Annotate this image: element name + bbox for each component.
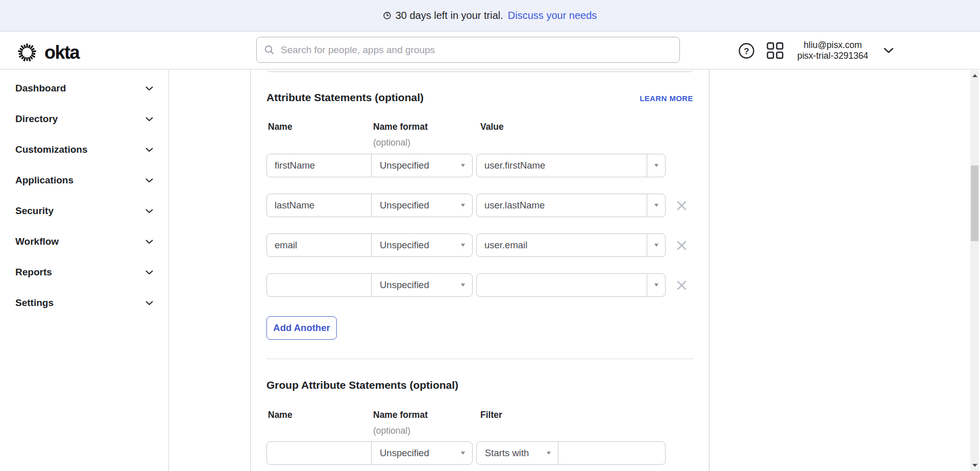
- value-dropdown-button[interactable]: [647, 234, 665, 256]
- account-menu[interactable]: hliu@pisx.com pisx-trial-3291364: [795, 40, 870, 61]
- vertical-scrollbar[interactable]: [970, 70, 979, 471]
- column-header-name-format: Name format: [373, 122, 428, 132]
- attribute-value-input[interactable]: [477, 194, 647, 217]
- remove-row-button[interactable]: [675, 239, 688, 252]
- name-format-select[interactable]: Unspecified: [371, 233, 473, 257]
- sidebar-item-label: Applications: [15, 175, 74, 186]
- header-right-cluster: ? hliu@pisx.com pisx-trial-3291364: [738, 32, 894, 69]
- attribute-value-combobox: [476, 194, 666, 217]
- chevron-down-icon: [145, 209, 153, 214]
- name-format-select[interactable]: Unspecified: [371, 273, 473, 297]
- column-header-optional-note: (optional): [373, 137, 410, 148]
- sidebar-item-applications[interactable]: Applications: [15, 174, 153, 187]
- sidebar-item-directory[interactable]: Directory: [15, 112, 153, 126]
- chevron-down-icon: [145, 270, 153, 275]
- trial-banner: 30 days left in your trial. Discuss your…: [0, 0, 980, 32]
- column-header-value: Value: [480, 122, 504, 132]
- filter-value-input[interactable]: [558, 441, 666, 465]
- name-format-select[interactable]: Unspecified: [371, 194, 473, 217]
- sidebar-item-label: Settings: [15, 297, 54, 309]
- chevron-down-icon: [145, 240, 153, 244]
- help-button[interactable]: ?: [738, 42, 755, 59]
- column-header-optional-note: (optional): [373, 426, 410, 436]
- chevron-down-icon: [145, 148, 153, 152]
- attribute-value-input[interactable]: [477, 274, 647, 296]
- okta-logo[interactable]: okta: [16, 42, 79, 63]
- apps-grid-icon: [766, 42, 784, 59]
- group-name-input[interactable]: [266, 441, 372, 465]
- attribute-name-input[interactable]: [266, 194, 372, 217]
- sidebar-item-security[interactable]: Security: [15, 204, 153, 218]
- caret-down-icon: [654, 204, 658, 207]
- caret-down-icon: [654, 164, 658, 167]
- sidebar-item-reports[interactable]: Reports: [15, 266, 153, 279]
- learn-more-link[interactable]: LEARN MORE: [640, 94, 693, 103]
- attribute-value-input[interactable]: [477, 234, 647, 256]
- group-attribute-row: Unspecified Starts with: [266, 441, 694, 465]
- account-menu-toggle[interactable]: [884, 48, 894, 54]
- sidebar-item-workflow[interactable]: Workflow: [15, 235, 153, 248]
- account-org: pisx-trial-3291364: [797, 51, 868, 61]
- name-format-value: Unspecified: [380, 279, 429, 291]
- section-divider: [266, 359, 694, 359]
- value-dropdown-button[interactable]: [647, 194, 665, 217]
- x-icon: [676, 200, 687, 211]
- column-header-name: Name: [268, 122, 292, 132]
- add-another-button[interactable]: Add Another: [266, 316, 337, 340]
- scrolled-field-bottom: [266, 70, 694, 72]
- okta-admin-screen: 30 days left in your trial. Discuss your…: [0, 0, 980, 471]
- search-icon: [264, 44, 275, 55]
- caret-down-icon: [654, 284, 658, 287]
- caret-down-icon: [654, 244, 658, 247]
- remove-row-button[interactable]: [675, 199, 688, 212]
- chevron-down-icon: [145, 117, 153, 122]
- group-name-format-select[interactable]: Unspecified: [371, 441, 473, 465]
- sidebar-nav: Dashboard Directory Customizations Appli…: [0, 70, 168, 471]
- caret-down-icon: [461, 284, 465, 287]
- clock-icon: [383, 12, 391, 19]
- filter-operator-select[interactable]: Starts with: [476, 441, 558, 465]
- okta-wordmark: okta: [44, 42, 79, 63]
- caret-down-icon: [461, 204, 465, 207]
- sidebar-item-dashboard[interactable]: Dashboard: [15, 82, 153, 95]
- trial-message: 30 days left in your trial.: [396, 10, 503, 21]
- chevron-down-icon: [145, 301, 153, 305]
- scrollbar-thumb[interactable]: [971, 166, 978, 241]
- scrollbar-down-button[interactable]: [970, 461, 979, 469]
- apps-grid-button[interactable]: [766, 42, 784, 59]
- attribute-name-input[interactable]: [266, 273, 372, 297]
- global-search[interactable]: [256, 37, 680, 63]
- name-format-value: Unspecified: [380, 240, 429, 251]
- attribute-name-input[interactable]: [266, 233, 372, 257]
- sidebar-item-label: Workflow: [15, 236, 59, 247]
- name-format-value: Unspecified: [380, 160, 429, 171]
- scrollbar-up-button[interactable]: [970, 72, 979, 80]
- attribute-row: Unspecified: [266, 154, 694, 177]
- attribute-row: Unspecified: [266, 194, 694, 217]
- attribute-row: Unspecified: [266, 273, 694, 297]
- question-mark-icon: ?: [738, 42, 755, 59]
- name-format-select[interactable]: Unspecified: [371, 154, 473, 177]
- sidebar-item-settings[interactable]: Settings: [15, 296, 153, 310]
- value-dropdown-button[interactable]: [647, 274, 665, 296]
- attribute-value-input[interactable]: [477, 154, 647, 177]
- chevron-down-icon: [145, 178, 153, 183]
- attribute-value-combobox: [476, 154, 666, 177]
- search-input[interactable]: [281, 44, 672, 56]
- attribute-value-combobox: [476, 273, 666, 297]
- x-icon: [676, 280, 687, 291]
- sidebar-item-customizations[interactable]: Customizations: [15, 143, 153, 156]
- sidebar-item-label: Dashboard: [15, 83, 66, 94]
- svg-text:?: ?: [744, 46, 749, 56]
- triangle-down-icon: [972, 464, 977, 467]
- group-attribute-statements-title: Group Attribute Statements (optional): [266, 379, 458, 391]
- name-format-value: Unspecified: [380, 448, 429, 459]
- remove-row-button[interactable]: [675, 278, 688, 292]
- column-header-filter: Filter: [480, 410, 502, 420]
- discuss-needs-link[interactable]: Discuss your needs: [508, 10, 597, 21]
- column-header-name-format: Name format: [373, 410, 428, 420]
- attribute-name-input[interactable]: [266, 154, 372, 177]
- value-dropdown-button[interactable]: [647, 154, 665, 177]
- main-content: Attribute Statements (optional) LEARN MO…: [169, 70, 980, 471]
- name-format-value: Unspecified: [380, 200, 429, 211]
